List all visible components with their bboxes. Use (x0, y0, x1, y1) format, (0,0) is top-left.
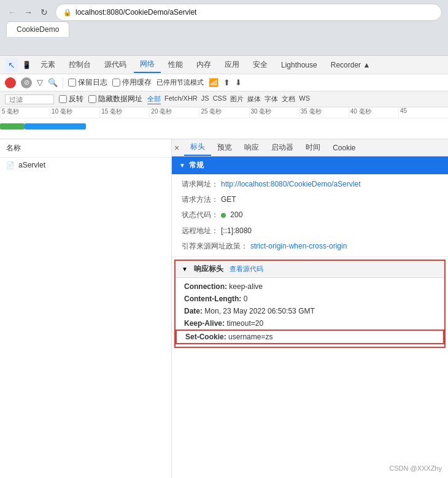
general-title: 常规 (189, 160, 204, 171)
list-item[interactable]: 📄 aServlet (0, 158, 171, 172)
status-code-value: 200 (221, 209, 242, 221)
pointer-tool[interactable]: ↖ (5, 58, 18, 72)
request-method-row: 请求方法： GET (172, 192, 448, 207)
filter-font[interactable]: 字体 (265, 94, 278, 104)
preserve-log-checkbox[interactable] (68, 79, 76, 87)
header-set-cookie: Set-Cookie: username=zs (176, 330, 444, 344)
clear-button[interactable]: ⊘ (21, 77, 32, 88)
invert-label[interactable]: 反转 (59, 94, 83, 104)
csdn-watermark: CSDN @XXXZhy (389, 465, 442, 472)
filter-ws[interactable]: WS (299, 94, 310, 104)
header-content-length: Content-Length: 0 (176, 293, 444, 305)
file-list: 名称 📄 aServlet (0, 139, 172, 478)
tick-2: 15 毫秒 (99, 107, 149, 118)
request-url-label: 请求网址： (182, 179, 218, 190)
forward-button[interactable]: → (22, 6, 34, 18)
filter-doc[interactable]: 文档 (282, 94, 295, 104)
tab-performance[interactable]: 性能 (162, 57, 189, 72)
disable-cache-checkbox[interactable] (112, 79, 120, 87)
tab-headers[interactable]: 标头 (184, 139, 211, 156)
download-icon[interactable]: ⬇ (235, 78, 242, 87)
record-button[interactable] (5, 77, 16, 88)
separator (63, 77, 63, 88)
header-set-cookie-key: Set-Cookie: (185, 333, 226, 341)
response-triangle-icon: ▼ (182, 266, 188, 272)
filter-fetch[interactable]: Fetch/XHR (164, 94, 198, 104)
back-button[interactable]: ← (6, 6, 18, 18)
response-headers-section: ▼ 响应标头 查看源代码 Connection: keep-alive Cont… (174, 260, 446, 348)
timeline: 5 毫秒 10 毫秒 15 毫秒 20 毫秒 25 毫秒 30 毫秒 35 毫秒… (0, 107, 448, 139)
status-code-label: 状态代码： (182, 209, 218, 221)
tab-cookie[interactable]: Cookie (326, 141, 361, 155)
filter-js[interactable]: JS (201, 94, 209, 104)
general-section: ▼ 常规 请求网址： http://localhost:8080/CookieD… (172, 156, 448, 257)
tab-timing[interactable]: 时间 (299, 140, 326, 155)
filter-tags: 全部 Fetch/XHR JS CSS 图片 媒体 字体 文档 WS (147, 94, 310, 104)
filter-css[interactable]: CSS (213, 94, 227, 104)
tick-1: 10 毫秒 (50, 107, 99, 118)
tab-preview[interactable]: 预览 (211, 140, 238, 155)
address-bar[interactable]: 🔒 localhost:8080/CookieDemo/aServlet (55, 4, 442, 21)
hide-data-url-label[interactable]: 隐藏数据网址 (88, 94, 142, 104)
bar-green (0, 123, 25, 129)
close-button[interactable]: × (174, 143, 179, 153)
remote-addr-row: 远程地址： [::1]:8080 (172, 223, 448, 239)
header-keep-alive-key: Keep-Alive: (184, 319, 225, 328)
tab-application[interactable]: 应用 (218, 57, 245, 72)
response-headers-header: ▼ 响应标头 查看源代码 (176, 261, 444, 278)
browser-tab[interactable]: CookieDemo (6, 21, 69, 37)
status-dot (221, 213, 226, 218)
general-section-body: 请求网址： http://localhost:8080/CookieDemo/a… (172, 174, 448, 256)
tick-4: 25 毫秒 (199, 107, 249, 118)
referrer-label: 引荐来源网址政策： (182, 241, 248, 252)
upload-icon[interactable]: ⬆ (223, 78, 230, 87)
timeline-bars (0, 118, 448, 139)
hide-data-url-checkbox[interactable] (88, 95, 96, 103)
view-source-link[interactable]: 查看源代码 (230, 264, 263, 274)
tab-network[interactable]: 网络 (134, 56, 161, 73)
filter-img[interactable]: 图片 (230, 94, 244, 104)
remote-addr-value: [::1]:8080 (221, 225, 252, 237)
device-tool[interactable]: 📱 (20, 58, 33, 72)
triangle-icon: ▼ (179, 162, 185, 169)
tab-elements[interactable]: 元素 (34, 57, 61, 72)
header-connection-value: keep-alive (229, 282, 263, 291)
filter-all[interactable]: 全部 (147, 94, 161, 104)
tab-recorder[interactable]: Recorder ▲ (325, 58, 377, 72)
tab-memory[interactable]: 内存 (190, 57, 217, 72)
remote-addr-label: 远程地址： (182, 225, 218, 237)
tab-response[interactable]: 响应 (238, 140, 265, 155)
tick-0: 5 毫秒 (0, 107, 50, 118)
file-list-header: 名称 (0, 139, 171, 158)
header-connection-key: Connection: (184, 282, 227, 291)
header-keep-alive-value: timeout=20 (226, 319, 263, 328)
invert-checkbox[interactable] (59, 95, 67, 103)
request-method-value: GET (221, 194, 236, 206)
filter-toolbar: 反转 隐藏数据网址 全部 Fetch/XHR JS CSS 图片 媒体 字体 文… (0, 91, 448, 107)
tab-security[interactable]: 安全 (247, 57, 274, 72)
request-url-value[interactable]: http://localhost:8080/CookieDemo/aServle… (221, 179, 360, 190)
search-icon[interactable]: 🔍 (48, 78, 58, 87)
filter-icon[interactable]: ▽ (37, 78, 43, 87)
disable-cache-label[interactable]: 停用缓存 (112, 77, 152, 88)
tab-console[interactable]: 控制台 (63, 57, 97, 72)
tab-lighthouse[interactable]: Lighthouse (275, 58, 323, 72)
devtools-tabs-bar: ↖ 📱 元素 控制台 源代码 网络 性能 内存 应用 安全 Lighthouse… (0, 56, 448, 74)
address-text: localhost:8080/CookieDemo/aServlet (75, 8, 196, 17)
filter-media[interactable]: 媒体 (247, 94, 261, 104)
tab-initiator[interactable]: 启动器 (265, 140, 299, 155)
header-content-length-value: 0 (244, 295, 248, 303)
request-details: × 标头 预览 响应 启动器 时间 Cookie ▼ 常规 请求网址： http… (172, 139, 448, 478)
throttle-mode[interactable]: 已停用节流模式 (156, 78, 204, 87)
wifi-icon[interactable]: 📶 (209, 78, 218, 87)
tab-sources[interactable]: 源代码 (98, 57, 133, 72)
general-section-header[interactable]: ▼ 常规 (172, 156, 448, 174)
network-toolbar: ⊘ ▽ 🔍 保留日志 停用缓存 已停用节流模式 📶 ⬆ ⬇ (0, 74, 448, 91)
filter-input[interactable] (5, 94, 54, 104)
tick-6: 35 毫秒 (299, 107, 349, 118)
bar-blue (25, 123, 86, 129)
detail-tabs-row: × 标头 预览 响应 启动器 时间 Cookie (172, 139, 448, 156)
reload-button[interactable]: ↻ (38, 6, 50, 18)
referrer-row: 引荐来源网址政策： strict-origin-when-cross-origi… (172, 239, 448, 254)
preserve-log-label[interactable]: 保留日志 (68, 77, 107, 88)
